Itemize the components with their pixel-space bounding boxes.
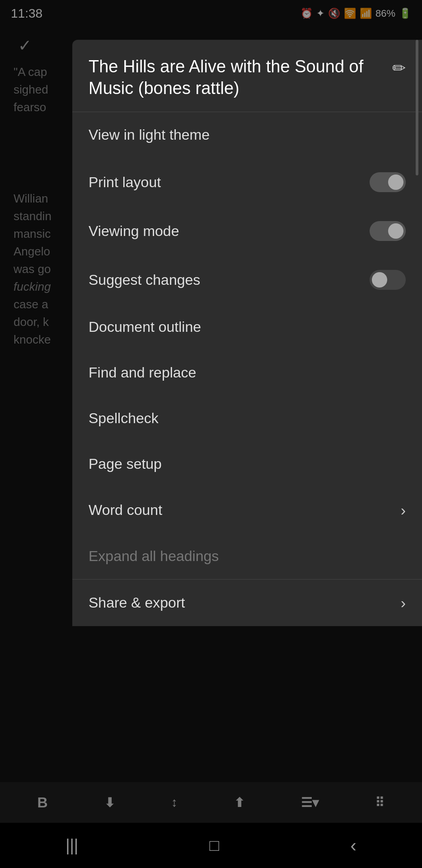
- menu-item-page-setup[interactable]: Page setup: [72, 441, 422, 487]
- suggest-changes-toggle[interactable]: [370, 270, 406, 290]
- print-layout-toggle[interactable]: [370, 172, 406, 192]
- menu-label-viewing-mode: Viewing mode: [89, 223, 179, 240]
- menu-label-expand-all-headings: Expand all headings: [89, 548, 219, 565]
- drawer-panel: The Hills are Alive with the Sound of Mu…: [72, 40, 422, 626]
- menu-item-word-count[interactable]: Word count ›: [72, 487, 422, 533]
- edit-icon[interactable]: ✏: [392, 59, 406, 78]
- menu-label-page-setup: Page setup: [89, 456, 162, 472]
- menu-item-spellcheck[interactable]: Spellcheck: [72, 396, 422, 441]
- menu-label-print-layout: Print layout: [89, 174, 161, 191]
- drawer-scrollbar[interactable]: [416, 40, 418, 175]
- menu-label-view-light-theme: View in light theme: [89, 127, 210, 143]
- menu-item-find-and-replace[interactable]: Find and replace: [72, 350, 422, 396]
- menu-label-suggest-changes: Suggest changes: [89, 272, 200, 288]
- menu-item-share-export[interactable]: Share & export ›: [72, 580, 422, 626]
- menu-label-share-export: Share & export: [89, 594, 185, 611]
- suggest-changes-toggle-thumb: [372, 272, 387, 288]
- print-layout-toggle-thumb: [388, 175, 403, 190]
- menu-item-document-outline[interactable]: Document outline: [72, 304, 422, 350]
- drawer-header: The Hills are Alive with the Sound of Mu…: [72, 40, 422, 112]
- menu-item-suggest-changes[interactable]: Suggest changes: [72, 255, 422, 304]
- menu-label-find-and-replace: Find and replace: [89, 364, 196, 381]
- menu-item-expand-all-headings[interactable]: Expand all headings: [72, 533, 422, 579]
- menu-item-viewing-mode[interactable]: Viewing mode: [72, 207, 422, 255]
- menu-label-word-count: Word count: [89, 502, 162, 519]
- word-count-chevron: ›: [401, 501, 406, 519]
- drawer-title: The Hills are Alive with the Sound of Mu…: [89, 56, 392, 99]
- menu-label-document-outline: Document outline: [89, 319, 201, 335]
- share-export-chevron: ›: [401, 594, 406, 612]
- menu-item-print-layout[interactable]: Print layout: [72, 158, 422, 207]
- viewing-mode-toggle-thumb: [388, 223, 403, 239]
- menu-item-view-light-theme[interactable]: View in light theme: [72, 112, 422, 158]
- menu-label-spellcheck: Spellcheck: [89, 410, 159, 427]
- viewing-mode-toggle[interactable]: [370, 221, 406, 241]
